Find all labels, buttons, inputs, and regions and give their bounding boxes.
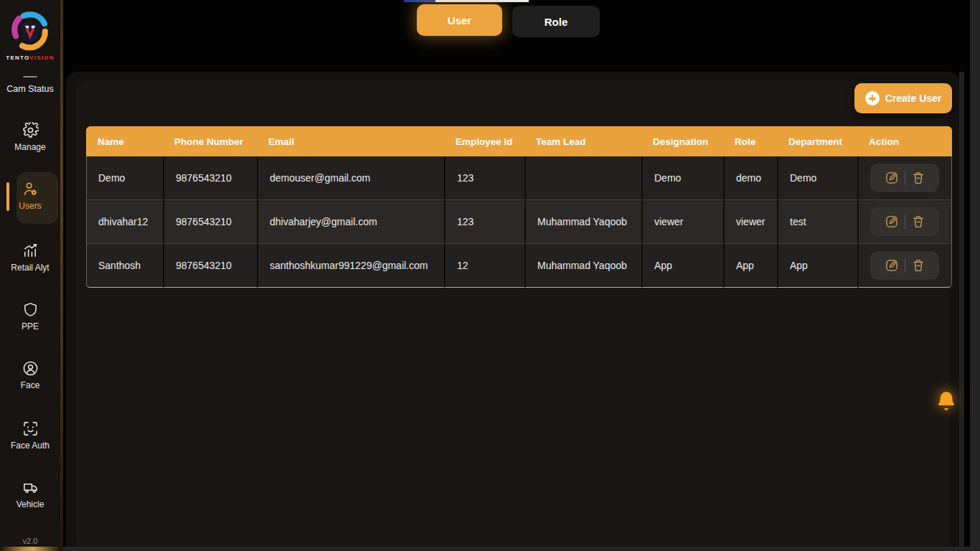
shield-icon bbox=[22, 301, 39, 318]
create-user-button[interactable]: Create User bbox=[854, 83, 952, 113]
cell-phone: 9876543210 bbox=[163, 156, 257, 200]
tentovision-swirl-logo-icon bbox=[9, 10, 51, 52]
cell-designation: Demo bbox=[641, 156, 723, 200]
sidebar-item-label: Face bbox=[21, 380, 40, 390]
action-separator bbox=[905, 215, 905, 229]
action-button-group bbox=[870, 207, 939, 236]
user-gear-icon bbox=[22, 181, 39, 197]
gear-icon bbox=[22, 122, 39, 138]
bell-icon bbox=[935, 390, 958, 413]
sidebar-item-label: Vehicle bbox=[17, 499, 44, 509]
vertical-scrollbar[interactable] bbox=[970, 0, 980, 551]
sidebar-item-label: Retail Alyt bbox=[11, 263, 49, 273]
horizontal-scrollbar[interactable] bbox=[63, 547, 980, 551]
sidebar: TENTOVISION Cam Status Manage Users Reta… bbox=[0, 0, 60, 551]
sidebar-item-label: Users bbox=[19, 201, 41, 211]
cam-status-label: Cam Status bbox=[0, 84, 60, 94]
trash-icon bbox=[911, 258, 925, 273]
table-row: Santhosh 9876543210 santhoshkumar991229@… bbox=[86, 244, 952, 288]
edit-pencil-icon bbox=[885, 258, 899, 273]
delete-button[interactable] bbox=[910, 257, 927, 274]
notification-bell[interactable] bbox=[935, 390, 958, 413]
sidebar-item-retail-alyt[interactable]: Retail Alyt bbox=[0, 242, 60, 273]
cell-role: viewer bbox=[723, 200, 777, 244]
user-table-body: Demo 9876543210 demouser@gmail.com 123 D… bbox=[86, 156, 952, 288]
column-header-email: Email bbox=[257, 126, 444, 156]
sidebar-item-label: Manage bbox=[14, 142, 45, 152]
sidebar-bottom-glow bbox=[0, 547, 60, 551]
sidebar-item-label: PPE bbox=[22, 321, 39, 331]
cell-action bbox=[857, 156, 952, 200]
sidebar-item-ppe[interactable]: PPE bbox=[0, 301, 60, 331]
panel-scrollbar[interactable] bbox=[959, 72, 964, 551]
sidebar-item-vehicle[interactable]: Vehicle bbox=[0, 479, 60, 509]
analytics-icon bbox=[22, 242, 39, 259]
action-button-group bbox=[870, 164, 939, 192]
action-separator bbox=[905, 171, 905, 185]
cell-name: dhivahar12 bbox=[86, 200, 163, 244]
users-table: Name Phone Number Email Employee Id Team… bbox=[86, 126, 952, 288]
cell-team-lead bbox=[524, 156, 641, 200]
cell-name: Demo bbox=[86, 156, 163, 200]
version-label: v2.0 bbox=[0, 537, 60, 545]
cell-action bbox=[857, 200, 952, 244]
brand-logo: TENTOVISION bbox=[0, 10, 60, 61]
tab-user[interactable]: User bbox=[417, 4, 502, 36]
column-header-name: Name bbox=[86, 126, 163, 156]
edit-pencil-icon bbox=[885, 171, 899, 185]
cell-designation: viewer bbox=[641, 200, 723, 244]
sidebar-item-users[interactable]: Users bbox=[0, 181, 60, 211]
cell-email: santhoshkumar991229@gmail.com bbox=[257, 244, 444, 288]
table-row: Demo 9876543210 demouser@gmail.com 123 D… bbox=[86, 156, 952, 200]
cell-department: test bbox=[777, 200, 857, 244]
sidebar-item-label: Face Auth bbox=[11, 441, 50, 451]
column-header-phone: Phone Number bbox=[163, 126, 257, 156]
create-user-label: Create User bbox=[885, 93, 942, 104]
edit-button[interactable] bbox=[883, 213, 900, 230]
edit-button[interactable] bbox=[883, 169, 900, 187]
table-row: dhivahar12 9876543210 dhivaharjey@gmail.… bbox=[86, 200, 952, 244]
edit-pencil-icon bbox=[885, 215, 899, 229]
sidebar-item-face-auth[interactable]: Face Auth bbox=[0, 420, 60, 451]
cell-department: App bbox=[777, 244, 857, 288]
cell-employee-id: 123 bbox=[444, 200, 524, 244]
edit-button[interactable] bbox=[883, 257, 900, 274]
main-panel: Create User Name Phone Number Email Empl… bbox=[66, 72, 959, 551]
cell-name: Santhosh bbox=[86, 244, 163, 288]
trash-icon bbox=[911, 215, 925, 229]
top-edge-blue-artifact bbox=[404, 0, 435, 2]
sidebar-item-manage[interactable]: Manage bbox=[0, 122, 60, 152]
truck-icon bbox=[22, 479, 39, 496]
action-button-group bbox=[870, 251, 939, 280]
cell-action bbox=[857, 244, 952, 288]
top-edge-white-artifact bbox=[435, 0, 529, 2]
column-header-department: Department bbox=[777, 126, 857, 156]
cell-role: App bbox=[723, 244, 777, 288]
cell-employee-id: 12 bbox=[444, 244, 524, 288]
cell-team-lead: Muhammad Yaqoob bbox=[524, 244, 641, 288]
column-header-role: Role bbox=[723, 126, 777, 156]
sidebar-divider bbox=[23, 76, 37, 77]
sidebar-edge-accent bbox=[60, 0, 63, 551]
trash-icon bbox=[911, 171, 925, 185]
cell-department: Demo bbox=[777, 156, 857, 200]
cell-phone: 9876543210 bbox=[163, 244, 257, 288]
plus-circle-icon bbox=[865, 91, 880, 105]
cell-employee-id: 123 bbox=[444, 156, 524, 200]
delete-button[interactable] bbox=[910, 213, 927, 230]
cell-team-lead: Muhammad Yaqoob bbox=[524, 200, 641, 244]
cell-role: demo bbox=[723, 156, 777, 200]
delete-button[interactable] bbox=[910, 169, 927, 187]
sidebar-item-face[interactable]: Face bbox=[0, 360, 60, 390]
column-header-action: Action bbox=[857, 126, 952, 156]
column-header-team-lead: Team Lead bbox=[524, 126, 641, 156]
face-scan-icon bbox=[22, 420, 39, 437]
column-header-designation: Designation bbox=[641, 126, 723, 156]
table-header: Name Phone Number Email Employee Id Team… bbox=[86, 126, 952, 156]
cell-designation: App bbox=[641, 244, 723, 288]
face-circle-icon bbox=[22, 360, 39, 377]
column-header-employee-id: Employee Id bbox=[444, 126, 524, 156]
tab-role[interactable]: Role bbox=[512, 6, 600, 37]
cell-email: demouser@gmail.com bbox=[257, 156, 444, 200]
cell-phone: 9876543210 bbox=[163, 200, 257, 244]
